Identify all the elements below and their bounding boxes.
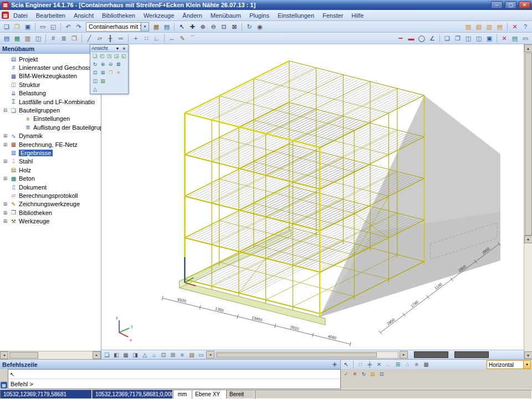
camera-icon[interactable]: ◉ [255,22,265,32]
scroll-left-icon[interactable]: ◂ [206,351,214,359]
tree-plus-expander-icon[interactable]: ⊞ [2,133,8,139]
menu-plugins[interactable]: Plugins [245,11,273,20]
application-button[interactable]: ▦ [2,12,9,19]
red-beam-icon[interactable]: ▬ [406,34,416,43]
print-icon[interactable]: ▭ [38,22,48,32]
sidebar-item-bibliotheken[interactable]: ⊞❐Bibliotheken [0,208,101,217]
node-snap-icon[interactable]: + [131,34,141,43]
escape-icon[interactable]: ✕ [510,22,520,32]
calculator-icon[interactable]: ▦ [151,22,161,32]
clipboard-icon[interactable]: ▤ [510,34,520,43]
view-z-icon[interactable]: ◲ [113,53,120,60]
save-icon[interactable]: ▣ [23,22,33,32]
menu-menübaum[interactable]: Menübaum [207,11,245,20]
snap-grid-icon[interactable]: ⊞ [393,360,402,369]
menu-ändern[interactable]: Ändern [178,11,206,20]
sidebar-item-bauteilgruppen[interactable]: ⊟❏Bauteilgruppen [0,106,101,114]
measure-icon[interactable]: ⌒ [188,34,198,43]
sidebar-item-werkzeuge[interactable]: ⊞⚒Werkzeuge [0,217,101,225]
menu-bibliotheken[interactable]: Bibliotheken [98,11,139,20]
member-1d-icon[interactable]: ╱ [84,34,94,43]
scroll-down-icon[interactable]: ▼ [524,236,532,243]
table-results-icon[interactable]: ▥ [23,34,33,43]
dot-grid-icon[interactable]: ∴ [403,360,412,369]
view-y-icon[interactable]: ◳ [106,53,112,60]
sidebar-item-einstellungen[interactable]: ≡Einstellungen [0,115,101,123]
window-tile-icon[interactable]: ❐ [453,34,463,43]
menu-datei[interactable]: Datei [9,11,32,20]
table-input-icon[interactable]: ▦ [12,34,22,43]
perspective-icon[interactable]: △ [140,351,149,359]
menu-ansicht[interactable]: Ansicht [70,11,98,20]
cancel-icon[interactable]: ✕ [351,370,359,378]
annotate-icon[interactable]: ✎ [177,34,187,43]
window-cascade-icon[interactable]: ❏ [442,34,452,43]
sidebar-item-zeichnungswerkzeuge[interactable]: ⊞✎Zeichnungswerkzeuge [0,200,101,208]
rotate-view-icon[interactable]: ↻ [244,22,254,32]
sidebar-item-dokument[interactable]: ▯Dokument [0,183,101,191]
sidebar-item-linienraster[interactable]: #Linienraster und Geschosse [0,63,101,71]
zoom-in-icon[interactable]: ⊕ [198,22,208,32]
project-combo[interactable]: Containerhaus mit S ▼ [86,22,149,32]
new-window-icon[interactable]: ◫ [91,78,99,85]
scrollbar-thumb[interactable] [217,352,377,357]
direction-combo[interactable]: Horizontal ▼ [487,360,531,369]
select-arrow-icon[interactable]: ↖ [177,22,187,32]
render-settings-icon[interactable]: ▤ [495,22,505,32]
sidebar-item-berechnungsprotokoll[interactable]: ▱Berechnungsprotokoll [0,191,101,200]
zoom-all-icon[interactable]: ⊠ [115,61,122,68]
display-palette-icon[interactable]: ▤ [99,78,106,85]
snap-point-icon[interactable]: ∷ [356,360,365,369]
open-project-icon[interactable]: ❐ [12,22,22,32]
snap-ortho-icon[interactable]: ∟ [384,360,393,369]
sidebar-item-belastung[interactable]: ⇊Belastung [0,89,101,98]
redo-icon[interactable]: ↷ [74,22,84,32]
sidebar-item-auflistung[interactable]: ≣Auflistung der Bauteilgrup [0,123,101,131]
zoom-window-icon[interactable]: ⊡ [219,22,229,32]
view-axo-icon[interactable]: ❏ [91,53,98,60]
sidebar-item-berechnung-fe-netz[interactable]: ⊞▦Berechnung, FE-Netz [0,140,101,149]
labels-toggle-icon[interactable]: ≡ [178,351,187,359]
close-icon[interactable]: ✕ [121,45,127,52]
work-plane-indicator[interactable]: Ebene XY [192,390,226,399]
chevron-down-icon[interactable]: ▼ [523,361,530,369]
axes-toggle-icon[interactable]: ⊞ [168,351,177,359]
command-input[interactable]: Befehl > [8,379,340,388]
property-panel-icon[interactable]: ◫ [33,34,43,43]
member-2d-icon[interactable]: ▱ [95,34,105,43]
tree-plus-expander-icon[interactable]: ⊞ [2,158,8,164]
layers-icon[interactable]: ▤ [162,22,172,32]
angle-tool-icon[interactable]: ∠ [427,34,437,43]
tree-plus-expander-icon[interactable]: ⊞ [2,201,8,207]
new-project-icon[interactable]: ❏ [2,22,12,32]
menu-einstellungen[interactable]: Einstellungen [274,11,318,20]
labels-display-icon[interactable]: ▥ [484,22,494,32]
scrollbar-thumb[interactable] [9,352,38,359]
catalog-icon[interactable]: ❐ [69,34,79,43]
window-vertical-icon[interactable]: ◫ [474,34,484,43]
scroll-left-icon[interactable]: ◂ [0,351,8,359]
chevron-down-icon[interactable]: ▼ [115,45,120,52]
project-browser-icon[interactable]: ▤ [2,34,12,43]
zoom-out-icon[interactable]: ⊖ [107,61,114,68]
help-icon[interactable]: ? [520,22,530,32]
sidebar-item-dynamik[interactable]: ⊞∿Dynamik [0,132,101,140]
pan-icon[interactable]: ✚ [187,22,197,32]
model-views-icon[interactable]: ⌂ [150,351,158,359]
chevron-down-icon[interactable]: ▼ [141,23,149,31]
section-line-icon[interactable]: ━ [396,34,406,43]
menu-fenster[interactable]: Fenster [319,11,347,20]
zoom-all-icon[interactable]: ⊠ [229,22,239,32]
tree-plus-expander-icon[interactable]: ⊞ [2,142,8,147]
coords-icon[interactable]: ▦ [422,360,431,369]
menu-bearbeiten[interactable]: Bearbeiten [32,11,69,20]
repeat-icon[interactable]: ↻ [360,370,368,378]
ortho-icon[interactable]: ∟ [152,34,162,43]
menu-werkzeuge[interactable]: Werkzeuge [140,11,178,20]
accept-icon[interactable]: ✓ [342,370,350,378]
sidebar-item-ergebnisse[interactable]: ▥Ergebnisse [0,149,101,157]
wireframe-icon[interactable]: ▦ [121,351,130,359]
sidebar-item-projekt[interactable]: ▤Projekt [0,55,101,63]
sidebar-item-holz[interactable]: ▤Holz [0,166,101,174]
scrollbar-thumb[interactable] [525,53,532,236]
